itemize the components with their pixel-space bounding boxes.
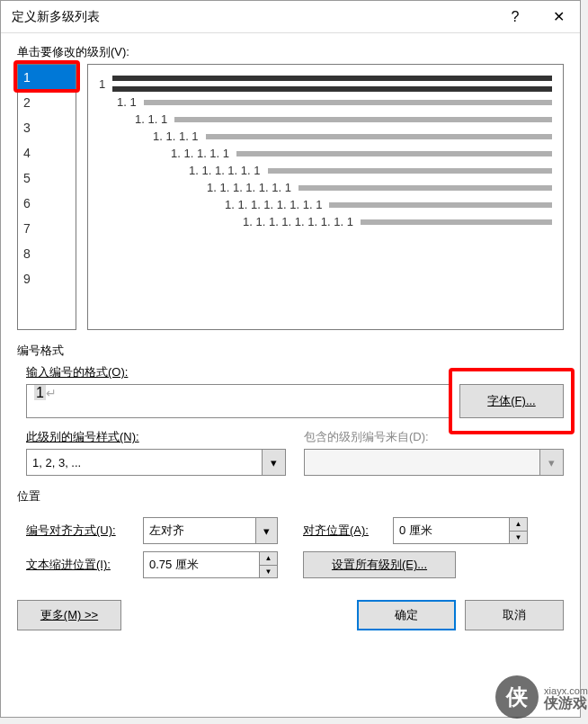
format-input-label: 输入编号的格式(O):	[26, 364, 564, 380]
chevron-down-icon: ▾	[539, 450, 563, 475]
include-level-combo: ▾	[304, 449, 564, 476]
level-list[interactable]: 1 2 3 4 5 6 7 8 9	[17, 64, 76, 330]
align-position-spinner[interactable]: 0 厘米 ▲▼	[393, 517, 528, 544]
preview-line: 1	[99, 76, 552, 92]
align-position-label: 对齐位置(A):	[303, 523, 384, 539]
level-item-3[interactable]: 3	[18, 115, 76, 140]
number-format-input[interactable]: 1↵	[26, 384, 450, 418]
spin-down-icon[interactable]: ▼	[509, 532, 527, 544]
dialog: 定义新多级列表 ? ✕ 单击要修改的级别(V): 1 2 3 4 5 6 7 8…	[0, 0, 581, 718]
preview-line: 1. 1. 1. 1. 1. 1	[189, 164, 552, 177]
levels-label: 单击要修改的级别(V):	[17, 44, 564, 60]
level-item-9[interactable]: 9	[18, 266, 76, 291]
ok-button[interactable]: 确定	[357, 600, 456, 630]
spin-up-icon[interactable]: ▲	[509, 518, 527, 532]
level-item-7[interactable]: 7	[18, 216, 76, 241]
level-item-1[interactable]: 1	[18, 65, 76, 90]
preview-pane: 11. 11. 1. 11. 1. 1. 11. 1. 1. 1. 11. 1.…	[87, 64, 564, 330]
titlebar: 定义新多级列表 ? ✕	[1, 1, 580, 33]
spin-up-icon[interactable]: ▲	[259, 552, 277, 566]
spin-down-icon[interactable]: ▼	[259, 566, 277, 578]
align-combo[interactable]: 左对齐 ▾	[143, 517, 278, 544]
preview-line: 1. 1. 1	[135, 112, 552, 126]
preview-line: 1. 1. 1. 1. 1. 1. 1	[207, 181, 552, 194]
preview-line: 1. 1. 1. 1	[153, 130, 552, 143]
number-style-label: 此级别的编号样式(N):	[26, 429, 286, 445]
text-indent-label: 文本缩进位置(I):	[26, 557, 134, 573]
cancel-button[interactable]: 取消	[465, 600, 564, 630]
help-button[interactable]: ?	[494, 1, 537, 33]
position-section-title: 位置	[17, 488, 564, 505]
include-level-label: 包含的级别编号来自(D):	[304, 429, 564, 445]
number-style-combo[interactable]: 1, 2, 3, ... ▾	[26, 449, 286, 476]
level-item-6[interactable]: 6	[18, 191, 76, 216]
preview-line: 1. 1. 1. 1. 1. 1. 1. 1	[225, 198, 552, 211]
level-item-5[interactable]: 5	[18, 165, 76, 191]
align-label: 编号对齐方式(U):	[26, 523, 134, 539]
font-button[interactable]: 字体(F)...	[459, 384, 564, 418]
dialog-title: 定义新多级列表	[12, 9, 494, 25]
chevron-down-icon: ▾	[255, 518, 277, 543]
dialog-content: 单击要修改的级别(V): 1 2 3 4 5 6 7 8 9 11. 11. 1…	[1, 33, 580, 643]
more-button[interactable]: 更多(M) >>	[17, 600, 121, 630]
set-all-levels-button[interactable]: 设置所有级别(E)...	[303, 551, 456, 578]
chevron-down-icon: ▾	[262, 450, 285, 475]
preview-line: 1. 1. 1. 1. 1	[171, 147, 552, 160]
close-button[interactable]: ✕	[537, 1, 580, 33]
preview-line: 1. 1	[117, 95, 552, 109]
level-item-4[interactable]: 4	[18, 140, 76, 165]
preview-line: 1. 1. 1. 1. 1. 1. 1. 1. 1	[243, 215, 552, 228]
level-item-8[interactable]: 8	[18, 241, 76, 266]
level-item-2[interactable]: 2	[18, 90, 76, 115]
format-section-title: 编号格式	[17, 343, 564, 359]
text-indent-spinner[interactable]: 0.75 厘米 ▲▼	[143, 551, 278, 578]
